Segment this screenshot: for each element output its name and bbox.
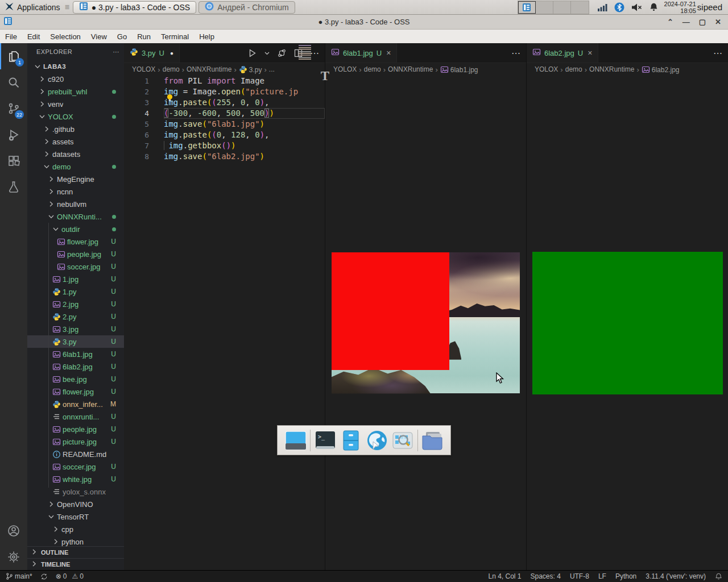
- tree-item-1-py[interactable]: 1.pyU: [27, 285, 124, 298]
- breadcrumb[interactable]: YOLOX›demo›ONNXRuntime›6lab1.jpg: [325, 63, 526, 76]
- tree-item-3-py[interactable]: 3.pyU: [27, 335, 124, 348]
- tree-item-flower-jpg[interactable]: flower.jpgU: [27, 385, 124, 398]
- minimap[interactable]: [297, 44, 312, 60]
- menu-run[interactable]: Run: [132, 32, 156, 41]
- code-line-6[interactable]: 6img.paste((0, 128, 0),: [124, 130, 325, 140]
- taskbar-window-button[interactable]: ● 3.py - laba3 - Code - OSS: [73, 1, 196, 14]
- tree-item-c920[interactable]: c920: [27, 73, 124, 85]
- tree-item-datasets[interactable]: datasets: [27, 148, 124, 160]
- run-or-debug-icon[interactable]: [277, 48, 287, 58]
- tree-item-venv[interactable]: venv: [27, 98, 124, 110]
- tree-item-openvino[interactable]: OpenVINO: [27, 498, 124, 510]
- workspace-4[interactable]: [571, 1, 589, 14]
- applications-menu-button[interactable]: Applications: [0, 0, 65, 14]
- volume-muted-icon[interactable]: [631, 3, 642, 12]
- code-line-4[interactable]: 4(-300, -600, 500, 500)): [124, 108, 325, 119]
- tree-item-yolox[interactable]: YOLOX: [27, 110, 124, 123]
- notifications-bell-icon[interactable]: [649, 2, 659, 12]
- network-signal-icon[interactable]: [597, 3, 607, 12]
- tree-item-prebuilt-whl[interactable]: prebuilt_whl: [27, 85, 124, 98]
- tree-item-3-jpg[interactable]: 3.jpgU: [27, 323, 124, 335]
- code-line-2[interactable]: 2img = Image.open("picture.jp: [124, 86, 325, 97]
- tab-close-icon[interactable]: ×: [588, 48, 592, 57]
- tab-3py[interactable]: 3.py U ●: [124, 43, 180, 63]
- status-utf-8[interactable]: UTF-8: [570, 572, 589, 580]
- tree-item-assets[interactable]: assets: [27, 135, 124, 148]
- sidebar-section-outline[interactable]: OUTLINE: [27, 546, 124, 558]
- workspace-2[interactable]: [536, 1, 553, 14]
- menu-view[interactable]: View: [86, 32, 112, 41]
- taskbar-window-button[interactable]: Андрей - Chromium: [198, 1, 295, 14]
- web-browser-icon[interactable]: [366, 429, 388, 452]
- code-line-1[interactable]: 1from PIL import Image: [124, 76, 325, 86]
- problems-indicator[interactable]: ⊗ 0 ⚠ 0: [56, 572, 84, 580]
- breadcrumb-item[interactable]: YOLOX: [132, 65, 155, 73]
- breadcrumb-item[interactable]: YOLOX: [535, 65, 558, 73]
- breadcrumb-item[interactable]: demo: [364, 65, 381, 73]
- workspace-3[interactable]: [553, 1, 571, 14]
- tree-item-1-jpg[interactable]: 1.jpgU: [27, 273, 124, 285]
- terminal-icon[interactable]: >_: [314, 429, 337, 452]
- file-cabinet-icon[interactable]: [340, 429, 362, 452]
- breadcrumb-item[interactable]: 3.py: [239, 65, 262, 74]
- activity-testing[interactable]: [0, 174, 27, 200]
- notifications-bell-icon[interactable]: [715, 573, 722, 580]
- breadcrumb-item[interactable]: YOLOX: [333, 65, 357, 73]
- tree-item-soccer-jpg[interactable]: soccer.jpgU: [27, 260, 124, 273]
- activity-accounts[interactable]: [0, 518, 27, 544]
- tree-item-flower-jpg[interactable]: flower.jpgU: [27, 235, 124, 248]
- screenshot-tool-icon[interactable]: [391, 429, 414, 452]
- lightbulb-icon[interactable]: [166, 94, 173, 101]
- git-branch-indicator[interactable]: main*: [6, 572, 32, 580]
- menu-terminal[interactable]: Terminal: [156, 32, 194, 41]
- breadcrumb-item[interactable]: ONNXRuntime: [589, 65, 634, 73]
- tree-item-bee-jpg[interactable]: bee.jpgU: [27, 373, 124, 385]
- tree-item-6lab1-jpg[interactable]: 6lab1.jpgU: [27, 348, 124, 360]
- code-line-3[interactable]: 3img.paste((255, 0, 0),: [124, 97, 325, 108]
- status-lf[interactable]: LF: [598, 572, 606, 580]
- tree-item-tensorrt[interactable]: TensorRT: [27, 510, 124, 523]
- tree-item-onnxrunti-[interactable]: ONNXRunti...: [27, 210, 124, 223]
- tree-item-nebullvm[interactable]: nebullvm: [27, 198, 124, 210]
- breadcrumb[interactable]: YOLOX›demo›ONNXRuntime›3.py›...: [124, 63, 325, 76]
- tab-close-icon[interactable]: ×: [386, 48, 391, 57]
- tab-6lab1[interactable]: 6lab1.jpg U ×: [325, 43, 397, 63]
- tree-item-onnxrunti-[interactable]: onnxrunti...U: [27, 410, 124, 423]
- breadcrumb-item[interactable]: 6lab2.jpg: [642, 65, 680, 74]
- tree-item-megengine[interactable]: MegEngine: [27, 173, 124, 185]
- breadcrumb-item[interactable]: ...: [269, 65, 275, 73]
- code-line-5[interactable]: 5img.save("6lab1.jpg"): [124, 119, 325, 130]
- sidebar-more-actions-ellipsis[interactable]: ⋯: [113, 48, 119, 56]
- menu-go[interactable]: Go: [112, 32, 132, 41]
- tree-item-people-jpg[interactable]: people.jpgU: [27, 423, 124, 435]
- status-spaces:[interactable]: Spaces: 4: [531, 572, 561, 580]
- tab-modified-dot[interactable]: ●: [170, 50, 173, 56]
- tree-item-cpp[interactable]: cpp: [27, 523, 124, 535]
- bluetooth-icon[interactable]: [614, 2, 624, 13]
- breadcrumb-item[interactable]: demo: [565, 65, 582, 73]
- tree-item-6lab2-jpg[interactable]: 6lab2.jpgU: [27, 360, 124, 373]
- breadcrumb-item[interactable]: ONNXRuntime: [388, 65, 433, 73]
- workspace-1[interactable]: [518, 1, 536, 14]
- sidebar-section-timeline[interactable]: TIMELINE: [27, 558, 124, 570]
- breadcrumb-item[interactable]: 6lab1.jpg: [440, 65, 478, 74]
- activity-explorer[interactable]: 1: [0, 43, 27, 69]
- more-actions-ellipsis[interactable]: ⋯: [713, 48, 722, 59]
- file-manager-icon[interactable]: [421, 429, 444, 452]
- sync-button[interactable]: [40, 573, 48, 580]
- tree-item-yolox-s-onnx[interactable]: yolox_s.onnx: [27, 485, 124, 498]
- tree-item-outdir[interactable]: outdir: [27, 223, 124, 235]
- tree-item--github[interactable]: .github: [27, 123, 124, 135]
- menu-edit[interactable]: Edit: [22, 32, 45, 41]
- more-actions-ellipsis[interactable]: ⋯: [511, 48, 520, 59]
- tree-item-white-jpg[interactable]: white.jpgU: [27, 473, 124, 485]
- taskbar-clock[interactable]: 2024-07-21 18:05: [664, 1, 696, 14]
- tree-item-soccer-jpg[interactable]: soccer.jpgU: [27, 460, 124, 473]
- show-desktop-icon[interactable]: [284, 429, 307, 452]
- status-ln[interactable]: Ln 4, Col 1: [488, 572, 521, 580]
- activity-source-control[interactable]: 22: [0, 95, 27, 122]
- code-line-8[interactable]: 8img.save("6lab2.jpg"): [124, 151, 325, 162]
- breadcrumb[interactable]: YOLOX›demo›ONNXRuntime›6lab2.jpg: [527, 63, 728, 76]
- activity-settings[interactable]: [0, 544, 27, 570]
- workspace-pager[interactable]: [518, 1, 589, 14]
